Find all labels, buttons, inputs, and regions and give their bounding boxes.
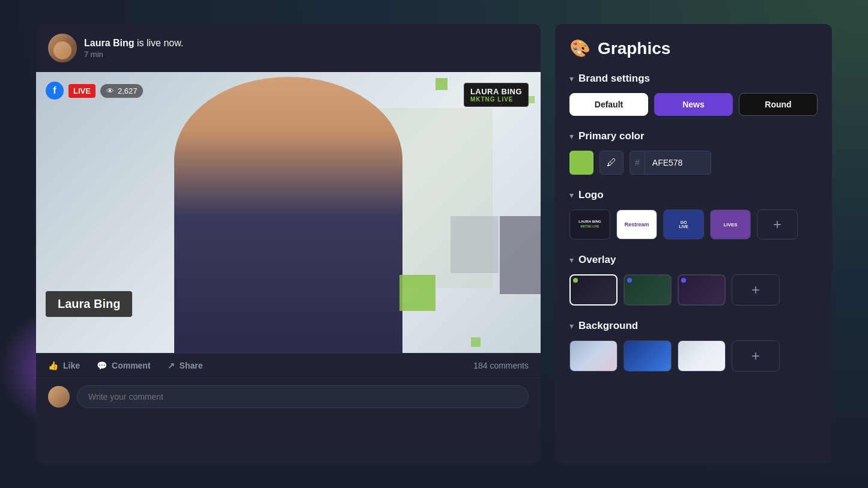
- post-header: Laura Bing is live now. 7 min: [36, 24, 541, 72]
- logo-item-laura[interactable]: LAURA BINGMKTNG LIVE: [569, 209, 610, 239]
- comments-count: 184 comments: [473, 361, 529, 370]
- accent-square-5: [471, 337, 481, 347]
- eye-icon: [106, 86, 114, 95]
- overlay-title: Overlay: [578, 254, 616, 266]
- add-logo-button[interactable]: +: [757, 209, 798, 239]
- color-row: 🖊 #: [569, 151, 818, 175]
- facebook-icon: f: [46, 82, 64, 100]
- avatar-image: [48, 34, 77, 62]
- overlay-item-3[interactable]: [678, 274, 726, 306]
- color-hex-input[interactable]: [645, 151, 711, 175]
- logo-header[interactable]: ▾ Logo: [569, 189, 818, 201]
- comment-input[interactable]: [77, 385, 529, 408]
- brand-news-button[interactable]: News: [654, 93, 733, 116]
- avatar: [48, 34, 77, 62]
- graphics-panel: 🎨 Graphics ▾ Brand settings Default News…: [555, 24, 832, 464]
- background-section: ▾ Background +: [569, 320, 818, 372]
- logo-item-golive[interactable]: GOLIVE: [663, 209, 704, 239]
- background-item-1[interactable]: [569, 340, 618, 372]
- comment-icon: 💬: [97, 361, 107, 370]
- post-actions: 👍 Like 💬 Comment ↗ Share 184 comments: [36, 353, 541, 378]
- overlay-section: ▾ Overlay +: [569, 254, 818, 306]
- logo-item-restream[interactable]: Restream: [616, 209, 657, 239]
- live-badge: LIVE: [68, 84, 96, 98]
- live-bar: f LIVE 2,627: [46, 82, 143, 100]
- primary-color-title: Primary color: [578, 130, 645, 142]
- chevron-down-icon-4: ▾: [569, 255, 574, 265]
- share-label: Share: [180, 361, 203, 370]
- add-overlay-button[interactable]: +: [732, 274, 780, 306]
- background-header[interactable]: ▾ Background: [569, 320, 818, 332]
- logo-grid: LAURA BINGMKTNG LIVE Restream GOLIVE LIV…: [569, 209, 818, 239]
- share-icon: ↗: [168, 361, 175, 370]
- overlay-dot-1: [573, 278, 578, 283]
- overlay-header[interactable]: ▾ Overlay: [569, 254, 818, 266]
- accent-gray-1: [500, 216, 541, 294]
- like-icon: 👍: [48, 361, 58, 370]
- brand-round-button[interactable]: Round: [739, 93, 818, 116]
- like-button[interactable]: 👍 Like: [48, 361, 80, 370]
- background-item-2[interactable]: [624, 340, 672, 372]
- background-grid: +: [569, 340, 818, 372]
- main-content: Laura Bing is live now. 7 min f LIVE: [0, 0, 868, 488]
- panel-title-text: Graphics: [598, 39, 670, 58]
- brand-settings-title: Brand settings: [578, 73, 650, 85]
- logo-section: ▾ Logo LAURA BINGMKTNG LIVE Restream GOL…: [569, 189, 818, 239]
- post-time: 7 min: [84, 50, 529, 59]
- overlay-item-2[interactable]: [624, 274, 672, 306]
- comment-label: Comment: [112, 361, 151, 370]
- panel-title: 🎨 Graphics: [569, 38, 818, 58]
- primary-color-header[interactable]: ▾ Primary color: [569, 130, 818, 142]
- brand-name: LAURA BING: [470, 87, 522, 96]
- overlay-dot-2: [627, 278, 632, 283]
- comment-area: [36, 378, 541, 415]
- brand-settings-header[interactable]: ▾ Brand settings: [569, 73, 818, 85]
- restream-logo-text: Restream: [624, 221, 649, 227]
- purple-logo-text: LIVES: [723, 222, 737, 227]
- overlay-item-1[interactable]: [569, 274, 618, 306]
- brand-default-button[interactable]: Default: [569, 93, 648, 116]
- golive-logo-text: GOLIVE: [679, 220, 688, 229]
- brand-settings-section: ▾ Brand settings Default News Round: [569, 73, 818, 116]
- primary-color-section: ▾ Primary color 🖊 #: [569, 130, 818, 175]
- eyedropper-button[interactable]: 🖊: [599, 151, 624, 175]
- share-button[interactable]: ↗ Share: [168, 361, 203, 370]
- overlay-dot-3: [681, 278, 686, 283]
- comment-button[interactable]: 💬 Comment: [97, 361, 151, 370]
- video-brand-watermark: LAURA BING MKTNG LIVE: [464, 83, 529, 107]
- brand-sub: MKTNG LIVE: [470, 96, 522, 103]
- chevron-down-icon-3: ▾: [569, 190, 574, 200]
- video-container: f LIVE 2,627 LAURA BING MKTNG LIVE Laura…: [36, 72, 541, 353]
- commenter-avatar: [48, 386, 70, 408]
- avatar-face: [53, 41, 71, 59]
- palette-icon: 🎨: [569, 38, 590, 58]
- view-count: 2,627: [100, 84, 144, 98]
- hash-prefix: #: [630, 151, 645, 175]
- view-count-number: 2,627: [118, 86, 138, 95]
- brand-buttons: Default News Round: [569, 93, 818, 116]
- logo-item-purple[interactable]: LIVES: [710, 209, 751, 239]
- add-background-button[interactable]: +: [732, 340, 780, 372]
- chevron-down-icon-5: ▾: [569, 321, 574, 331]
- chevron-down-icon-2: ▾: [569, 131, 574, 141]
- color-swatch[interactable]: [569, 151, 593, 175]
- accent-square-4: [399, 275, 436, 311]
- post-info: Laura Bing is live now. 7 min: [84, 38, 529, 59]
- like-label: Like: [63, 361, 80, 370]
- lower-third: Laura Bing: [46, 291, 132, 317]
- chevron-down-icon: ▾: [569, 74, 574, 83]
- laura-logo-content: LAURA BINGMKTNG LIVE: [578, 220, 601, 229]
- accent-gray-2: [451, 216, 499, 273]
- logo-title: Logo: [578, 189, 604, 201]
- overlay-grid: +: [569, 274, 818, 306]
- accent-square-1: [436, 78, 448, 90]
- person-silhouette: [174, 77, 402, 353]
- color-input-wrapper: #: [630, 151, 711, 175]
- laura-logo-sub: MKTNG LIVE: [581, 224, 599, 228]
- background-title: Background: [578, 320, 638, 332]
- laura-logo-text: LAURA BINGMKTNG LIVE: [578, 220, 601, 229]
- facebook-panel: Laura Bing is live now. 7 min f LIVE: [36, 24, 541, 464]
- background-item-3[interactable]: [678, 340, 726, 372]
- post-author: Laura Bing is live now.: [84, 38, 529, 49]
- eyedropper-icon: 🖊: [607, 157, 616, 168]
